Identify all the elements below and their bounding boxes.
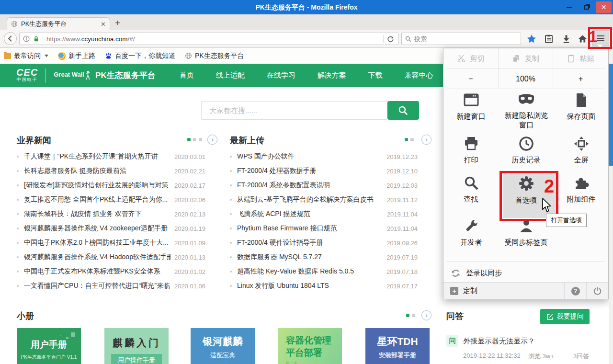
restore-button[interactable] bbox=[579, 1, 594, 13]
upload-row[interactable]: 超高性能 Key-Value 数据库 Redis 5.0.5 2019.07.1… bbox=[230, 264, 418, 279]
upload-title-text[interactable]: WPS 国产办公软件 bbox=[237, 152, 383, 161]
booklet-cover-kylin-intro[interactable]: 麒麟入门 用户操作手册 bbox=[104, 328, 169, 364]
upload-row[interactable]: 从端到云-基于飞腾平台的全栈解决方案白皮书 2019.11.12 bbox=[230, 193, 418, 207]
news-row[interactable]: [研报发布]新冠疫情对信创行业发展的影响与对策 2020.02.17 bbox=[17, 178, 205, 193]
upload-row[interactable]: FT-2000/4 处理器数据手册 2019.12.10 bbox=[230, 164, 418, 178]
menu-paste[interactable]: 粘贴 bbox=[553, 48, 608, 68]
upload-title-text[interactable]: Phytium Base Firmware 接口规范 bbox=[237, 224, 383, 233]
upload-title-text[interactable]: FT-2000/4 硬件设计指导手册 bbox=[237, 239, 383, 247]
upload-row[interactable]: Linux 发行版 Ubuntu 1804 LTS 2019.07.17 bbox=[230, 279, 418, 293]
uploads-next-button[interactable]: › bbox=[421, 135, 431, 145]
news-title-text[interactable]: 中国电子正式发布PK体系标准暨PKS安全体系 bbox=[24, 267, 170, 276]
zoom-level[interactable]: 100% bbox=[499, 69, 554, 89]
news-row[interactable]: 银河麒麟服务器操作系统 V4 zookeeper适配手册 2020.01.19 bbox=[17, 221, 205, 236]
upload-row[interactable]: 飞腾系统 ACPI 描述规范 2019.11.04 bbox=[230, 207, 418, 221]
library-button[interactable] bbox=[542, 32, 556, 46]
nav-solutions[interactable]: 解决方案 bbox=[318, 71, 346, 80]
booklet-cover-user-manual[interactable]: 用户手册 PK生态服务平台门户 V1.1 bbox=[17, 328, 81, 364]
nav-download[interactable]: 下载 bbox=[368, 71, 383, 80]
minimize-button[interactable] bbox=[561, 1, 577, 13]
upload-title-text[interactable]: 从端到云-基于飞腾平台的全栈解决方案白皮书 bbox=[237, 195, 383, 204]
menu-quit-button[interactable] bbox=[586, 283, 608, 299]
nav-compat-center[interactable]: 兼容中心 bbox=[405, 71, 433, 80]
upload-title-text[interactable]: FT-2000/4 处理器数据手册 bbox=[237, 167, 383, 175]
bookmark-star-button[interactable] bbox=[525, 32, 538, 46]
upload-row[interactable]: WPS 国产办公软件 2019.12.23 bbox=[230, 149, 418, 164]
news-title-text[interactable]: [研报发布]新冠疫情对信创行业发展的影响与对策 bbox=[24, 181, 170, 190]
news-title-text[interactable]: 中国电子PK体系2.0上榜国防科技工业年度十大... bbox=[24, 239, 170, 247]
news-row[interactable]: 一文看懂国产CPU：自主可控替代进口“曙光”来临 2020.01.06 bbox=[17, 279, 205, 293]
menu-private-window[interactable]: 新建隐私浏览窗口 bbox=[503, 92, 549, 130]
search-box[interactable] bbox=[401, 33, 521, 45]
menu-copy[interactable]: 复制 bbox=[499, 48, 554, 68]
bookmark-baidu[interactable]: 百度一下，你就知道 bbox=[105, 52, 175, 60]
lock-icon[interactable] bbox=[33, 35, 39, 42]
new-tab-button[interactable]: + bbox=[115, 18, 120, 28]
upload-row[interactable]: FT-2000/4 系统参数配置表说明 2019.12.03 bbox=[230, 178, 418, 193]
upload-title-text[interactable]: 飞腾系统 ACPI 描述规范 bbox=[237, 210, 383, 218]
news-title-text[interactable]: 长科志愿者服务队 挺身防疫最前沿 bbox=[24, 167, 170, 175]
news-title-text[interactable]: 一文看懂国产CPU：自主可控替代进口“曙光”来临 bbox=[24, 282, 170, 290]
menu-find[interactable]: 查找 bbox=[443, 175, 499, 204]
download-button[interactable] bbox=[559, 32, 573, 46]
back-button[interactable] bbox=[4, 32, 17, 45]
nav-online-learning[interactable]: 在线学习 bbox=[267, 71, 295, 80]
menu-fullscreen[interactable]: 全屏 bbox=[554, 136, 609, 165]
news-title-text[interactable]: 银河麒麟服务器操作系统 V4 zookeeper适配手册 bbox=[24, 224, 170, 233]
site-search-box[interactable] bbox=[201, 101, 387, 120]
news-row[interactable]: 中国电子正式发布PK体系标准暨PKS安全体系 2020.01.02 bbox=[17, 264, 205, 279]
upload-row[interactable]: FT-2000/4 硬件设计指导手册 2019.09.26 bbox=[230, 236, 418, 250]
menu-new-window[interactable]: 新建窗口 bbox=[443, 92, 499, 121]
scrollbar-thumb[interactable] bbox=[609, 64, 613, 166]
question-title[interactable]: 外接显示器无法显示？ bbox=[463, 337, 535, 346]
news-title-text[interactable]: 银河麒麟服务器操作系统 V4 Hadoop软件适配手册 bbox=[24, 253, 170, 262]
news-row[interactable]: 银河麒麟服务器操作系统 V4 Hadoop软件适配手册 2020.01.13 bbox=[17, 250, 205, 264]
menu-addons[interactable]: 附加组件 bbox=[554, 175, 609, 204]
nav-home[interactable]: 首页 bbox=[180, 71, 194, 80]
bookmark-most-visited[interactable]: 最常访问 bbox=[4, 52, 48, 60]
news-row[interactable]: 长科志愿者服务队 挺身防疫最前沿 2020.02.21 bbox=[17, 164, 205, 178]
home-button[interactable] bbox=[576, 32, 589, 46]
info-icon[interactable] bbox=[23, 35, 30, 42]
menu-history[interactable]: 历史记录 bbox=[499, 136, 554, 165]
url-bar[interactable]: https://www.ccyunchina.com/#/ bbox=[19, 33, 398, 45]
menu-save-page[interactable]: 保存页面 bbox=[554, 92, 609, 121]
ask-question-button[interactable]: 我要提问 bbox=[540, 309, 590, 324]
upload-row[interactable]: 数据库服务器 MySQL 5.7.27 2019.07.19 bbox=[230, 250, 418, 264]
site-search-button[interactable] bbox=[387, 101, 419, 120]
news-next-button[interactable]: › bbox=[207, 135, 217, 145]
news-row[interactable]: 中国电子PK体系2.0上榜国防科技工业年度十大... 2020.01.09 bbox=[17, 236, 205, 250]
menu-synced-tabs[interactable]: 受同步标签页 bbox=[499, 218, 554, 247]
news-title-text[interactable]: 复工推迟不用愁 全国首个PK线上适配平台为你... bbox=[24, 195, 170, 204]
news-row[interactable]: 千人课堂｜“PK生态系列公开课”首期火热开讲 2020.03.01 bbox=[17, 149, 205, 164]
uploads-carousel-dots[interactable] bbox=[405, 138, 414, 141]
site-search-input[interactable] bbox=[209, 106, 387, 114]
search-input[interactable] bbox=[414, 35, 517, 43]
news-title-text[interactable]: 湖南长城科技：战疫情 抓业务 双管齐下 bbox=[24, 210, 170, 218]
menu-cut[interactable]: 剪切 bbox=[443, 48, 499, 68]
menu-developer[interactable]: 开发者 bbox=[443, 218, 499, 247]
bookmark-getting-started[interactable]: 新手上路 bbox=[58, 52, 95, 60]
cec-logo[interactable]: CEC 中国电子 bbox=[16, 68, 38, 83]
bookmark-pk-platform[interactable]: PK生态服务平台 bbox=[185, 52, 244, 60]
booklets-carousel-dots[interactable] bbox=[406, 314, 415, 317]
menu-help-button[interactable]: ? bbox=[564, 283, 586, 299]
tab-close-icon[interactable]: ✕ bbox=[101, 21, 106, 28]
zoom-in-button[interactable]: + bbox=[553, 69, 608, 89]
reload-icon[interactable] bbox=[387, 35, 394, 43]
news-carousel-dots[interactable] bbox=[187, 138, 202, 141]
booklets-next-button[interactable]: › bbox=[421, 310, 431, 320]
booklet-cover-galaxy-kylin[interactable]: 银河麒麟 适配宝典 刘俊山 bbox=[191, 328, 255, 364]
news-row[interactable]: 复工推迟不用愁 全国首个PK线上适配平台为你... 2020.02.06 bbox=[17, 193, 205, 207]
menu-sign-in-sync[interactable]: 登录以同步 bbox=[443, 264, 608, 282]
menu-customize[interactable]: + 定制 bbox=[443, 283, 564, 299]
nav-online-adaptation[interactable]: 线上适配 bbox=[216, 71, 245, 80]
menu-print[interactable]: 打印 bbox=[443, 136, 499, 165]
upload-title-text[interactable]: FT-2000/4 系统参数配置表说明 bbox=[237, 181, 383, 190]
tab[interactable]: PK生态服务平台 ✕ bbox=[7, 17, 110, 30]
upload-title-text[interactable]: 数据库服务器 MySQL 5.7.27 bbox=[237, 253, 383, 262]
upload-title-text[interactable]: Linux 发行版 Ubuntu 1804 LTS bbox=[237, 282, 383, 290]
upload-row[interactable]: Phytium Base Firmware 接口规范 2019.11.04 bbox=[230, 221, 418, 236]
zoom-out-button[interactable]: − bbox=[443, 69, 499, 89]
booklet-cover-tdh[interactable]: 星环TDH 安装部署手册 张航 bbox=[365, 328, 430, 364]
